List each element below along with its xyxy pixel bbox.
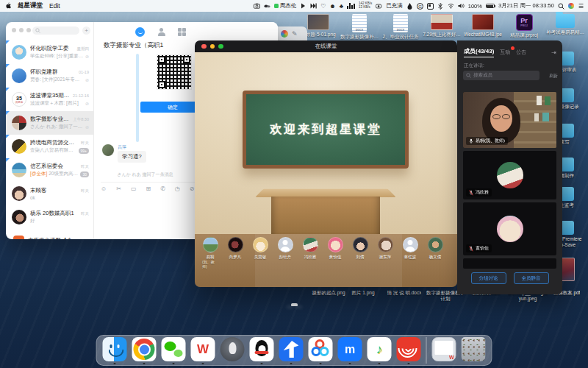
conversation-item[interactable]: 怀职党建群01-19 贾春: [文件]2021年专业技术人…⊘ (6, 64, 93, 88)
heart-icon[interactable]: ♡ (320, 3, 326, 10)
menubar-datetime[interactable]: 3月21日 周一 08:33:50 (498, 2, 554, 10)
participant[interactable]: 蒋红波 (402, 237, 418, 269)
participant[interactable]: 刘倩 (352, 237, 368, 269)
network-speed-readout[interactable]: 142 KB/s13 KB/s (359, 2, 372, 10)
participant[interactable]: 杨文倩 (427, 237, 443, 269)
dock-item-rings-app[interactable] (309, 337, 333, 364)
desktop-icon-premiere-project[interactable]: PrPROJ精品课.prproj (503, 14, 545, 40)
mute-all-button[interactable]: 全员静音 (514, 272, 549, 284)
participant[interactable]: 向梦凡 (227, 237, 243, 269)
participant[interactable]: 谢东萍 (377, 237, 393, 269)
mute-notify-icon[interactable]: ⊘ (190, 185, 195, 192)
tab-notice[interactable]: 公告 (516, 49, 526, 56)
dock-item-launchpad[interactable] (220, 337, 245, 364)
battery-charging-icon[interactable] (376, 3, 382, 10)
dock-item-qq-music[interactable]: ♪ (368, 337, 392, 364)
volume-icon[interactable] (458, 3, 465, 10)
face-icon[interactable]: ☻ (329, 3, 335, 10)
bluetooth-icon[interactable] (437, 3, 444, 10)
dock-item-wps[interactable]: W (191, 337, 215, 364)
battery-icon[interactable] (486, 4, 495, 8)
conversation-item-selected[interactable]: 数字摄影专业（高职1上午8:30 さんか れあ: 撤回了一条消息⊘ (6, 111, 93, 135)
dock-item-chaoxing[interactable] (397, 337, 421, 364)
group-discussion-button[interactable]: 分组讨论 (471, 272, 506, 284)
pen-icon[interactable]: ✎ (292, 30, 298, 38)
file-icon[interactable]: ▭ (131, 185, 137, 192)
window-square-icon[interactable] (427, 3, 434, 10)
capture-icon[interactable]: ⊞ (146, 185, 151, 192)
tab-interact[interactable]: 互动 (500, 49, 510, 56)
participant[interactable]: 冯欣雅 (302, 237, 318, 269)
desktop-icon-folder[interactable]: 补考试卷易易精三门 (545, 14, 586, 40)
g-circle-icon[interactable]: G (417, 3, 423, 10)
zoom-icon[interactable] (218, 44, 223, 49)
desktop-icon-image[interactable]: 7.29线上比赛好评设 (421, 14, 462, 40)
camera-icon[interactable] (254, 3, 260, 10)
spotlight-search-icon[interactable] (558, 3, 564, 10)
participant[interactable]: 黄怡佳 (327, 237, 343, 269)
screenshot-scissors-icon[interactable]: ✂ (116, 185, 121, 192)
minimize-icon[interactable] (210, 44, 215, 49)
close-icon[interactable] (201, 44, 207, 49)
clover-icon[interactable]: ♣ (340, 3, 343, 10)
menu-lines-icon[interactable]: ☰ (578, 3, 584, 10)
conversation-item[interactable]: 跨境电商货源交流群昨天 壹柒八八贸易有限公司: 求…99+ (6, 135, 93, 158)
conversation-item[interactable]: 怀化职院学工委星期四 学生处钟峰: [分享]重要提醒！…⊘ (6, 40, 93, 64)
desktop-file[interactable]: 情 况 说 明.docx (384, 290, 425, 296)
menubar-app-name[interactable]: 超星课堂 (18, 1, 43, 10)
desktop-file[interactable]: 摄影的起点.png (309, 290, 348, 296)
call-icon[interactable]: ✆ (160, 185, 165, 192)
conversation-item[interactable]: 杨乐 20数媒高职1昨天 好 (6, 205, 93, 229)
apple-menu-icon[interactable] (4, 3, 11, 10)
tab-contacts-icon[interactable] (157, 28, 165, 36)
conversation-item[interactable]: 信艺系宿委会昨天 [@全体]20级室内高职二班…30 (6, 158, 93, 182)
dock-item-finder[interactable] (103, 337, 127, 364)
im-status-chip[interactable]: 周杰伦 (274, 2, 297, 10)
classroom-title-bar[interactable]: 在线课堂 (195, 40, 457, 52)
participant[interactable]: 吴慧敏 (252, 237, 268, 269)
desktop-icon-docx[interactable]: DOCX数字摄影摄像补考 B (339, 14, 380, 40)
history-icon[interactable]: ◷ (175, 185, 180, 192)
dock-item-blue-arrow-app[interactable] (279, 337, 304, 364)
minimize-icon[interactable] (19, 28, 24, 32)
video-tile[interactable]: 冯欣雅 (463, 151, 556, 199)
next-track-icon[interactable] (310, 3, 317, 10)
emoji-icon[interactable]: ☺ (101, 185, 107, 192)
window-traffic-lights[interactable] (12, 28, 31, 32)
member-search-input[interactable]: 搜索成员 (463, 71, 539, 80)
dock-item-wechat[interactable] (162, 337, 186, 364)
dock-item-qq[interactable] (250, 337, 274, 364)
zoom-icon[interactable] (26, 28, 31, 32)
video-tile-partial[interactable] (463, 258, 556, 269)
dock-item-m-app[interactable]: m (338, 337, 362, 364)
chat-search-input[interactable] (32, 26, 79, 35)
tab-members[interactable]: 成员(43/43) (464, 47, 494, 57)
refresh-button[interactable]: 刷新 (549, 73, 558, 79)
conversation-item[interactable]: 末顾客昨天 ok (6, 182, 93, 205)
clouds-icon[interactable] (264, 3, 270, 10)
wifi-icon[interactable] (448, 3, 454, 10)
conversation-item[interactable]: 木疙瘩交流群【企业】昨天 (6, 229, 93, 239)
participant[interactable]: 易桐(我、教师) (202, 237, 218, 269)
collapse-panel-icon[interactable]: ⇥ (551, 49, 556, 56)
audio-meter-icon[interactable] (347, 3, 355, 9)
desktop-icon-docx[interactable]: DOCX2、毕业设计任务 (380, 14, 421, 40)
window-traffic-lights[interactable] (201, 44, 223, 49)
colored-app-icon[interactable] (568, 3, 575, 10)
sender-avatar[interactable] (102, 144, 114, 156)
tab-messages-icon[interactable] (135, 27, 145, 37)
desktop-file[interactable]: 图片 1.png (348, 290, 378, 296)
conversation-item[interactable]: 35品牌班 波波课堂35期品牌班21-12-16 波波课堂＋木西: [图片]⊘ (6, 88, 93, 111)
video-tile[interactable]: 黄怡佳 (463, 202, 556, 255)
dock-item-chrome[interactable] (132, 337, 157, 364)
add-chat-button[interactable]: + (82, 26, 90, 35)
desktop-icon-image[interactable]: WechatIMG48.jpe (462, 14, 503, 40)
play-icon[interactable] (300, 3, 306, 10)
scroll-indicator[interactable] (136, 54, 139, 142)
participant[interactable]: 彭牡丹 (277, 237, 293, 269)
dock-item-minimized-window[interactable] (432, 337, 456, 364)
paint-palette-icon[interactable] (281, 30, 288, 38)
video-tile-teacher[interactable]: 易桐(我、教师) (463, 92, 556, 148)
ink-drop-icon[interactable] (406, 3, 413, 10)
menubar-edit-menu[interactable]: Edit (49, 2, 60, 10)
